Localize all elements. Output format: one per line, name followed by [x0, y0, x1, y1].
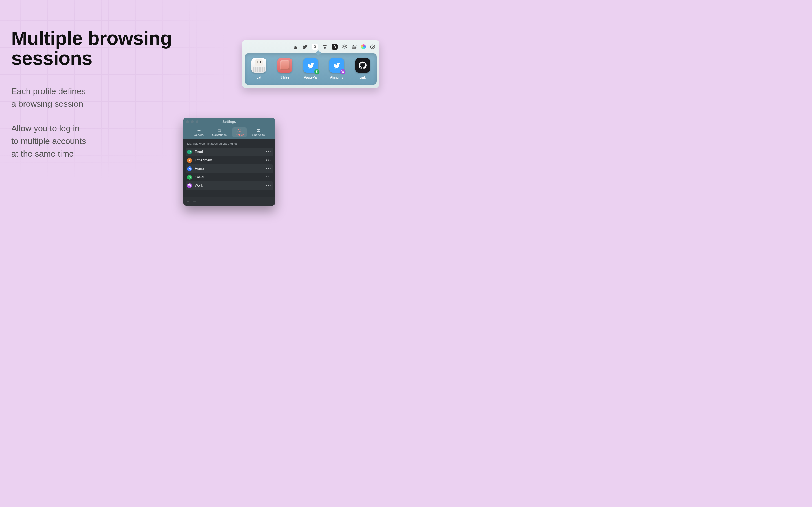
- profile-row-work[interactable]: W Work •••: [186, 181, 273, 190]
- more-icon[interactable]: •••: [266, 184, 271, 187]
- chevron-right-icon[interactable]: [370, 44, 375, 50]
- tab-label: Profiles: [235, 133, 245, 136]
- add-profile-button[interactable]: +: [187, 199, 189, 204]
- tile-label: Almighty: [330, 75, 343, 79]
- settings-titlebar: Settings General Collections Profiles: [183, 118, 275, 138]
- svg-point-10: [240, 129, 241, 130]
- remove-profile-button[interactable]: −: [193, 199, 196, 204]
- profile-row-read[interactable]: R Read •••: [186, 148, 273, 156]
- github-icon: [355, 58, 370, 73]
- tab-shortcuts[interactable]: Shortcuts: [250, 127, 267, 137]
- profile-avatar: W: [187, 183, 192, 188]
- popover: cat 3 files S PastePal W Almighty: [245, 53, 377, 85]
- svg-rect-3: [352, 45, 356, 46]
- svg-rect-0: [323, 45, 324, 47]
- twitter-bird-icon: S: [303, 58, 318, 73]
- more-icon[interactable]: •••: [266, 150, 271, 154]
- menubar: G A: [242, 40, 379, 51]
- menubar-popover-window: G A cat: [242, 40, 379, 88]
- siri-icon[interactable]: [361, 44, 366, 49]
- settings-tabbar: General Collections Profiles Shortcuts: [183, 127, 275, 137]
- folder-icon: [277, 58, 292, 73]
- svg-rect-2: [324, 47, 326, 49]
- control-center-icon[interactable]: [351, 44, 357, 50]
- profile-name: Home: [195, 167, 204, 171]
- settings-title: Settings: [183, 120, 275, 124]
- profile-row-experiment[interactable]: E Experiment •••: [186, 156, 273, 165]
- profile-row-social[interactable]: S Social •••: [186, 173, 273, 181]
- settings-window: Settings General Collections Profiles: [183, 118, 275, 206]
- profile-name: Work: [195, 184, 203, 187]
- tab-label: General: [194, 133, 204, 136]
- tab-profiles[interactable]: Profiles: [232, 127, 247, 137]
- svg-point-9: [238, 129, 239, 130]
- profile-avatar: S: [187, 175, 192, 180]
- badge-w: W: [340, 69, 345, 74]
- popover-tile-link[interactable]: Link: [352, 58, 373, 79]
- more-icon[interactable]: •••: [266, 158, 271, 162]
- app-icon-active[interactable]: [322, 44, 327, 50]
- hero-copy: Multiple browsing sessions Each profile …: [11, 28, 192, 160]
- tab-label: Collections: [212, 133, 226, 136]
- twitter-icon[interactable]: [302, 44, 308, 50]
- hero-title-line1: Multiple browsing: [11, 27, 172, 49]
- svg-rect-1: [325, 45, 327, 47]
- profile-name: Social: [195, 175, 204, 179]
- keyboard-icon: [256, 128, 261, 132]
- svg-point-8: [199, 130, 200, 131]
- tile-label: 3 files: [280, 75, 289, 79]
- layers-icon[interactable]: [342, 44, 347, 50]
- more-icon[interactable]: •••: [266, 167, 271, 171]
- tile-label: PastePal: [304, 75, 317, 79]
- hero-paragraph-1: Each profile defines a browsing session: [11, 85, 192, 110]
- settings-footer: + −: [183, 197, 275, 206]
- svg-point-4: [353, 45, 354, 46]
- folder-icon: [217, 128, 221, 132]
- hero-title: Multiple browsing sessions: [11, 28, 192, 68]
- profile-name: Read: [195, 150, 203, 154]
- popover-tile-pastepal[interactable]: S PastePal: [301, 58, 321, 79]
- popover-tile-almighty[interactable]: W Almighty: [326, 58, 347, 79]
- profile-row-home[interactable]: H Home •••: [186, 165, 273, 173]
- tile-label: cat: [257, 75, 261, 79]
- svg-point-7: [371, 45, 375, 49]
- settings-caption: Manage web link session via profiles: [183, 138, 275, 148]
- profile-list: R Read ••• E Experiment ••• H Home ••• S…: [183, 148, 275, 197]
- popover-tile-cat[interactable]: cat: [249, 58, 269, 79]
- profile-avatar: E: [187, 158, 192, 163]
- hero-title-line2: sessions: [11, 47, 92, 69]
- badge-s: S: [314, 69, 319, 74]
- people-icon: [237, 128, 242, 132]
- svg-rect-11: [257, 129, 260, 131]
- stackoverflow-icon[interactable]: [293, 44, 298, 50]
- tab-label: Shortcuts: [252, 133, 265, 136]
- gear-icon: [197, 128, 201, 132]
- cat-icon: [252, 58, 266, 73]
- google-icon[interactable]: G: [312, 44, 318, 50]
- svg-point-6: [355, 48, 355, 48]
- popover-tile-3files[interactable]: 3 files: [274, 58, 295, 79]
- tab-collections[interactable]: Collections: [210, 127, 229, 137]
- profile-avatar: R: [187, 150, 192, 154]
- more-icon[interactable]: •••: [266, 175, 271, 179]
- tile-label: Link: [359, 75, 366, 79]
- letter-a-icon[interactable]: A: [332, 44, 338, 50]
- twitter-bird-icon: W: [329, 58, 344, 73]
- hero-paragraph-2: Allow you to log in to multiple accounts…: [11, 122, 192, 160]
- profile-name: Experiment: [195, 158, 212, 162]
- tab-general[interactable]: General: [192, 127, 206, 137]
- profile-avatar: H: [187, 166, 192, 171]
